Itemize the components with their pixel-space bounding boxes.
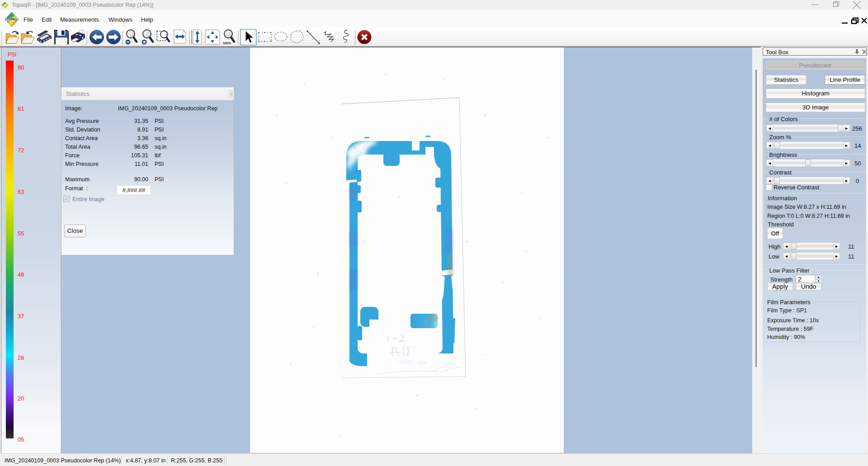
svg-text:TOPAQ: TOPAQ: [7, 18, 17, 21]
svg-text:100%: 100%: [223, 42, 231, 45]
